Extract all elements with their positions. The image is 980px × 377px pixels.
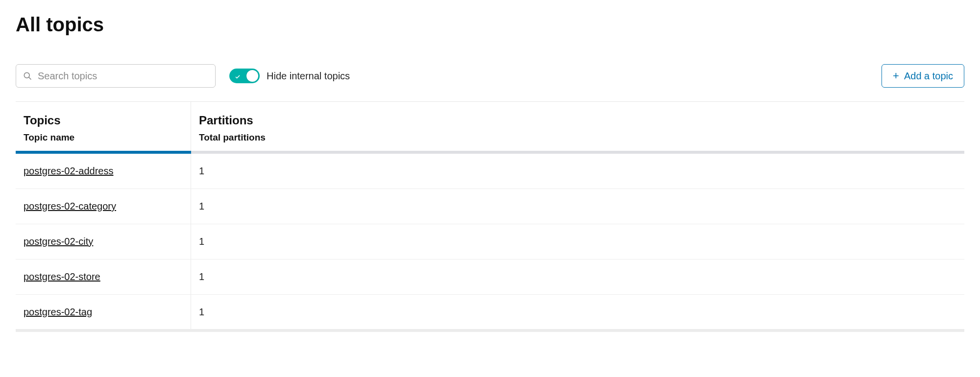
topic-link[interactable]: postgres-02-address xyxy=(24,165,113,177)
table-row: postgres-02-category1 xyxy=(16,189,964,224)
table-head: Topics Topic name Partitions Total parti… xyxy=(16,102,964,154)
topics-table: Topics Topic name Partitions Total parti… xyxy=(16,101,964,332)
cell-partitions: 1 xyxy=(191,295,964,329)
column-group-topics-title: Topics xyxy=(24,114,183,127)
check-icon xyxy=(235,73,241,79)
hide-internal-toggle-group: Hide internal topics xyxy=(229,69,350,83)
column-total-partitions: Total partitions xyxy=(199,132,956,143)
cell-partitions: 1 xyxy=(191,259,964,294)
cell-topic: postgres-02-city xyxy=(16,224,191,259)
controls-row: Hide internal topics + Add a topic xyxy=(16,64,964,88)
cell-partitions: 1 xyxy=(191,189,964,224)
search-input[interactable] xyxy=(16,64,216,88)
column-group-partitions: Partitions Total partitions xyxy=(191,102,964,151)
table-row: postgres-02-city1 xyxy=(16,224,964,259)
cell-topic: postgres-02-tag xyxy=(16,295,191,329)
cell-topic: postgres-02-address xyxy=(16,154,191,188)
page-title: All topics xyxy=(16,14,964,36)
cell-partitions: 1 xyxy=(191,154,964,188)
topic-link[interactable]: postgres-02-city xyxy=(24,236,93,247)
add-topic-button-label: Add a topic xyxy=(904,71,953,82)
add-topic-button[interactable]: + Add a topic xyxy=(882,64,964,88)
table-body: postgres-02-address1postgres-02-category… xyxy=(16,154,964,332)
column-topic-name: Topic name xyxy=(24,132,183,143)
cell-topic: postgres-02-store xyxy=(16,259,191,294)
topic-link[interactable]: postgres-02-store xyxy=(24,271,100,283)
table-row: postgres-02-tag1 xyxy=(16,295,964,332)
hide-internal-label: Hide internal topics xyxy=(267,71,350,82)
topic-link[interactable]: postgres-02-category xyxy=(24,201,116,212)
cell-partitions: 1 xyxy=(191,224,964,259)
table-row: postgres-02-address1 xyxy=(16,154,964,189)
column-group-topics: Topics Topic name xyxy=(16,102,191,151)
table-row: postgres-02-store1 xyxy=(16,259,964,295)
plus-icon: + xyxy=(893,71,899,81)
column-group-partitions-title: Partitions xyxy=(199,114,956,127)
search-wrap xyxy=(16,64,216,88)
cell-topic: postgres-02-category xyxy=(16,189,191,224)
hide-internal-toggle[interactable] xyxy=(229,69,260,83)
toggle-knob xyxy=(246,70,258,82)
topic-link[interactable]: postgres-02-tag xyxy=(24,306,92,318)
